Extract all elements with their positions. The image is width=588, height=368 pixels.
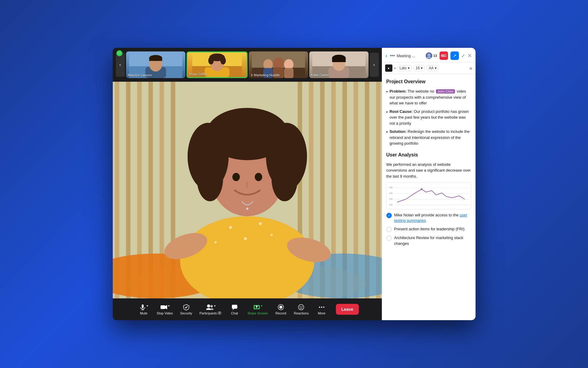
problem-label: Problem: [389, 89, 406, 94]
todo-text-3: Architecture Review for marketing stack … [394, 235, 471, 246]
chat-button[interactable]: Chat [226, 302, 243, 317]
more-formatting-button[interactable]: » [469, 65, 472, 71]
svg-point-80 [279, 306, 282, 309]
video-area: 🛡 ‹ Maurice Lawso [113, 48, 382, 320]
bullet-text-3: Solution: Redesign the website to includ… [389, 129, 471, 146]
aa-arrow: ▾ [435, 66, 437, 70]
todo-check-1[interactable] [386, 213, 392, 218]
color-arrow[interactable]: ▾ [394, 67, 396, 70]
stop-video-button[interactable]: ▾ Stop Video [154, 302, 175, 317]
svg-point-66 [246, 208, 248, 210]
stop-video-label: Stop Video [157, 311, 173, 315]
font-name: Lato [400, 66, 407, 70]
notes-options-button[interactable]: ••• [390, 53, 395, 58]
reactions-button[interactable]: Reactions [291, 302, 311, 317]
svg-point-81 [298, 304, 304, 310]
mute-button[interactable]: ▾ Mute [135, 302, 152, 317]
thumbnail-4[interactable]: Katie Carter [309, 51, 369, 78]
share-screen-label: Share Screen [248, 311, 268, 315]
problem-text: The website no [408, 89, 434, 94]
svg-point-73 [210, 305, 213, 307]
bullet-text-1: Problem: The website no John Chen vides … [389, 88, 471, 106]
bullet-dot-1: • [386, 89, 388, 95]
thumbnail-2[interactable]: Rosa Griffin [187, 51, 248, 78]
svg-point-82 [300, 306, 301, 307]
section2: User Analysis We performed an analysis o… [386, 151, 471, 210]
security-icon [183, 304, 190, 310]
todo-text-2: Present action items for leadership (FRI… [394, 226, 465, 232]
font-arrow: ▾ [408, 66, 410, 70]
prev-arrow[interactable]: ‹ [116, 53, 125, 77]
todo-check-3[interactable] [386, 235, 392, 241]
notes-header-actions: 13 REC ↗ ⤢ ✕ [426, 51, 472, 60]
next-arrow[interactable]: › [370, 53, 379, 77]
svg-text:30k: 30k [389, 192, 392, 195]
share-screen-button[interactable]: ▾ Share Screen [245, 302, 270, 317]
todo-list: Mike Nolan will provide access to the us… [386, 212, 471, 246]
reactions-icon [298, 304, 304, 310]
svg-point-11 [208, 57, 213, 65]
security-label: Security [180, 311, 192, 315]
svg-point-87 [427, 54, 430, 57]
participants-button[interactable]: ▾ Participants 7 [197, 302, 224, 317]
app-window: 🛡 ‹ Maurice Lawso [113, 48, 476, 320]
close-notes-button[interactable]: ✕ [467, 52, 472, 59]
notes-back-button[interactable]: ‹ [386, 53, 388, 59]
notes-toolbar: ■ ▾ Lato ▾ 16 ▾ AA ▾ » [382, 63, 476, 74]
thumbnail-3[interactable]: 🎙Marketing Huddle [249, 51, 308, 78]
todo-check-2[interactable] [386, 227, 392, 232]
bullet-solution: • Solution: Redesign the website to incl… [386, 129, 471, 146]
svg-point-60 [255, 173, 262, 181]
svg-rect-20 [284, 68, 293, 78]
share-notes-button[interactable]: ↗ [450, 51, 459, 60]
notes-title: Meeting ... [397, 54, 424, 58]
bullet-problem: • Problem: The website no John Chen vide… [386, 88, 471, 106]
record-indicator: REC [440, 51, 448, 60]
leave-button[interactable]: Leave [336, 304, 359, 315]
svg-point-63 [259, 222, 262, 225]
svg-rect-26 [332, 58, 346, 62]
avatar-count: 13 [426, 52, 437, 59]
todo-text-1: Mike Nolan will provide access to the us… [394, 212, 471, 223]
size-arrow: ▾ [421, 66, 423, 70]
mute-label: Mute [140, 311, 147, 315]
line-chart: 40k 30k 20k 10k [386, 182, 471, 209]
font-size-value: 16 [416, 66, 420, 70]
bullet-dot-3: • [386, 129, 388, 135]
svg-rect-74 [232, 305, 237, 309]
thumbnail-1[interactable]: Maurice Lawson [126, 51, 185, 78]
svg-point-83 [302, 306, 303, 307]
font-selector[interactable]: Lato ▾ [398, 65, 412, 71]
svg-point-72 [207, 304, 210, 307]
svg-point-58 [271, 156, 297, 201]
security-button[interactable]: Security [178, 302, 195, 317]
reactions-label: Reactions [294, 311, 309, 315]
svg-point-65 [270, 234, 272, 236]
share-screen-icon: ▾ [253, 304, 262, 310]
color-swatch[interactable]: ■ [385, 64, 392, 72]
svg-text:10k: 10k [389, 203, 392, 206]
record-button[interactable]: Record [273, 302, 289, 317]
todo-item-1: Mike Nolan will provide access to the us… [386, 212, 471, 223]
bullet-dot-2: • [386, 109, 388, 115]
svg-point-59 [232, 173, 240, 181]
mute-icon: ▾ [139, 304, 148, 310]
text-style-button[interactable]: AA ▾ [427, 65, 439, 71]
svg-rect-5 [149, 58, 162, 61]
participant-count: 13 [433, 54, 437, 58]
external-link-icon[interactable]: ⤢ [461, 53, 465, 58]
participants-label: Participants [200, 311, 217, 315]
section1-title: Project Overview [386, 78, 471, 85]
notes-header: ‹ ••• Meeting ... 13 REC ↗ ⤢ ✕ [382, 48, 476, 63]
chat-label: Chat [231, 311, 238, 315]
bullet-root-cause: • Root Cause: Our product portfolio has … [386, 109, 471, 126]
thumbnails-container: Maurice Lawson [126, 51, 369, 78]
todo-item-2: Present action items for leadership (FRI… [386, 226, 471, 232]
svg-point-12 [220, 57, 226, 65]
avatar-circle [426, 52, 432, 59]
font-size-selector[interactable]: 16 ▾ [414, 65, 425, 71]
todo-item-3: Architecture Review for marketing stack … [386, 235, 471, 246]
chat-icon [231, 304, 238, 310]
more-button[interactable]: More [313, 302, 330, 317]
svg-point-61 [229, 226, 232, 229]
